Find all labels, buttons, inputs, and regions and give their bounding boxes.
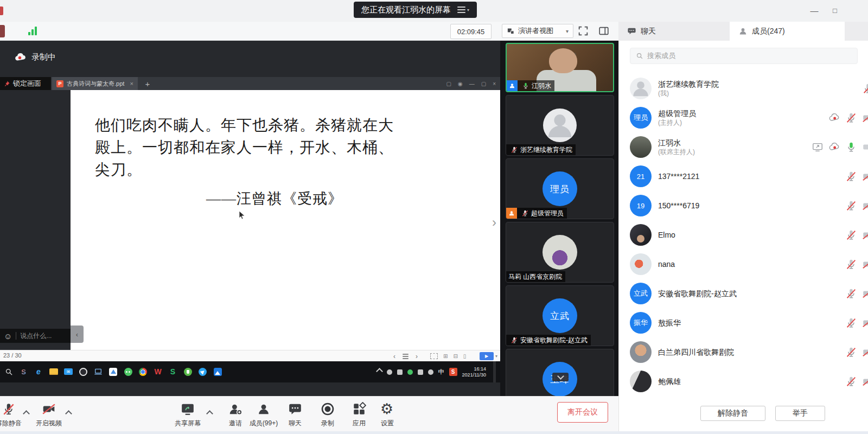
video-tile[interactable]: 马莉 山西省京剧院 bbox=[506, 222, 614, 283]
minimize-button[interactable]: — bbox=[807, 4, 821, 16]
chevron-up-icon[interactable] bbox=[65, 410, 72, 417]
usb-icon[interactable] bbox=[397, 369, 403, 375]
ie-taskbar-icon[interactable]: e bbox=[34, 367, 43, 376]
member-row[interactable]: nana bbox=[619, 250, 868, 279]
banner-menu-button[interactable]: ▾ bbox=[457, 5, 469, 15]
member-row[interactable]: Elmo bbox=[619, 220, 868, 250]
emoji-icon[interactable]: ☺ bbox=[4, 331, 12, 341]
toolbar-share-button[interactable]: 共享屏幕 bbox=[171, 402, 204, 429]
drive-taskbar-icon[interactable] bbox=[108, 367, 118, 376]
member-row[interactable]: 浙艺继续教育学院 (我) bbox=[619, 74, 868, 103]
wps-window-controls[interactable]: ▢ ◉ — ▢ × bbox=[446, 77, 498, 90]
leave-meeting-button[interactable]: 离开会议 bbox=[557, 402, 608, 423]
maximize-button[interactable]: □ bbox=[828, 4, 842, 16]
settings-lg-icon: ⚙ bbox=[380, 402, 394, 416]
fullscreen-button[interactable] bbox=[577, 25, 589, 37]
shield-taskbar-icon[interactable] bbox=[183, 367, 193, 376]
member-search-input[interactable]: 搜索成员 bbox=[630, 48, 858, 64]
show-desktop-button[interactable] bbox=[493, 361, 496, 382]
member-row[interactable]: 振华 敖振华 bbox=[619, 308, 868, 337]
video-tile[interactable]: 立武 安徽省歌舞剧院-赵立武 bbox=[506, 285, 614, 346]
member-row[interactable]: 白兰弟四川省歌舞剧院 bbox=[619, 337, 868, 367]
slide-list-icon[interactable] bbox=[403, 353, 409, 360]
tray-expand-icon[interactable] bbox=[376, 368, 383, 375]
search-taskbar-icon[interactable] bbox=[4, 367, 14, 376]
sogou-input-icon[interactable]: S bbox=[449, 368, 457, 376]
media-taskbar-icon[interactable] bbox=[79, 367, 88, 376]
close-icon[interactable]: × bbox=[130, 80, 133, 87]
camera-off-icon bbox=[862, 229, 868, 241]
member-row[interactable]: 理员 超级管理员 (主持人) bbox=[619, 103, 868, 132]
network-icon[interactable] bbox=[428, 369, 433, 375]
wechat-taskbar-icon[interactable] bbox=[123, 367, 133, 376]
member-row[interactable]: 21 137****2121 bbox=[619, 162, 868, 191]
member-row[interactable]: 19 150****6719 bbox=[619, 191, 868, 220]
chrome-taskbar-icon[interactable] bbox=[138, 367, 148, 376]
chevron-up-icon[interactable] bbox=[206, 410, 213, 417]
chat-collapse-handle[interactable]: ‹ bbox=[71, 326, 84, 343]
divider bbox=[16, 332, 16, 340]
photos-taskbar-icon[interactable] bbox=[213, 367, 222, 376]
mic-muted-icon bbox=[845, 258, 857, 270]
mail-taskbar-icon[interactable]: ✉ bbox=[63, 367, 73, 376]
view-mode-dropdown[interactable]: 演讲者视图 ▾ bbox=[502, 24, 573, 38]
notification-icon[interactable] bbox=[387, 369, 392, 375]
unmute-button[interactable]: 解除静音 bbox=[700, 406, 765, 421]
member-row[interactable]: 立武 安徽省歌舞剧院-赵立武 bbox=[619, 279, 868, 308]
previous-slide-icon[interactable]: ‹ bbox=[393, 353, 395, 360]
member-name: 鲍佩雄 bbox=[658, 376, 681, 386]
video-tile[interactable]: 江弱水 bbox=[506, 43, 614, 92]
member-row[interactable]: 鲍佩雄 bbox=[619, 367, 868, 396]
member-avatar bbox=[630, 78, 652, 99]
camera-off-icon bbox=[862, 258, 868, 270]
toolbar-record-button[interactable]: 录制 bbox=[311, 402, 344, 429]
toolbar-settings-button[interactable]: ⚙设置 bbox=[371, 402, 404, 429]
camera-idle-icon bbox=[862, 141, 868, 153]
tile-view-icon[interactable]: ⊟ bbox=[453, 353, 457, 359]
video-tile[interactable]: 浙艺继续教育学院 bbox=[506, 95, 614, 156]
document-tab[interactable]: P 古典诗词与蒙太奇.ppt × bbox=[52, 77, 138, 90]
side-panel-toggle-button[interactable] bbox=[598, 25, 610, 37]
taskbar-clock[interactable]: 16:14 2021/11/30 bbox=[462, 366, 486, 378]
tab-chat[interactable]: 聊天 bbox=[618, 22, 730, 41]
tile-avatar: 理员 bbox=[542, 171, 577, 206]
toolbar-video-button[interactable]: 开启视频 bbox=[33, 402, 65, 429]
toolbar-apps-button[interactable]: 应用 bbox=[343, 402, 375, 429]
security-shield-icon[interactable] bbox=[9, 24, 22, 37]
ime-indicator[interactable]: 中 bbox=[438, 368, 444, 376]
plane-taskbar-icon[interactable] bbox=[198, 367, 208, 376]
tile-label: 安徽省歌舞剧院-赵立武 bbox=[506, 335, 591, 346]
tab-members[interactable]: 成员(247) bbox=[730, 22, 845, 41]
member-list[interactable]: 浙艺继续教育学院 (我) 理员 超级管理员 (主持人) 江弱水 (联席主持人) … bbox=[619, 74, 868, 403]
play-slideshow-button[interactable]: ▶ bbox=[480, 352, 494, 360]
next-slide-icon[interactable]: › bbox=[416, 353, 418, 360]
reader-view-icon[interactable]: ▯ bbox=[463, 353, 467, 359]
mic-muted-icon bbox=[845, 112, 857, 124]
raise-hand-button[interactable]: 举手 bbox=[775, 406, 825, 421]
annotate-icon[interactable] bbox=[430, 353, 438, 359]
panel-collapse-handle[interactable]: › bbox=[489, 213, 500, 232]
video-tile[interactable]: 理员 超级管理员 bbox=[506, 158, 614, 219]
new-tab-button[interactable]: + bbox=[142, 77, 153, 90]
screen-chat-input[interactable]: ☺ 说点什么... bbox=[0, 329, 71, 343]
green-status-icon[interactable] bbox=[407, 369, 413, 375]
member-avatar bbox=[630, 253, 652, 275]
grid-view-icon[interactable]: ⊞ bbox=[443, 353, 448, 359]
network-signal-icon[interactable] bbox=[28, 27, 37, 35]
toolbar-invite-button[interactable]: 邀请 bbox=[219, 402, 252, 429]
slide-tool-icons[interactable]: ⊞ ⊟ ▯ bbox=[430, 350, 466, 362]
lock-view-button[interactable]: 锁定画面 bbox=[0, 77, 51, 90]
stream-taskbar-icon[interactable]: S bbox=[168, 367, 178, 376]
wps-taskbar-icon[interactable]: W bbox=[153, 367, 163, 376]
member-row[interactable]: 江弱水 (联席主持人) bbox=[619, 132, 868, 162]
explorer-taskbar-icon[interactable] bbox=[49, 367, 59, 376]
assistant-taskbar-icon[interactable]: S bbox=[19, 367, 29, 376]
tiles-collapse-button[interactable] bbox=[552, 373, 569, 381]
tile-avatar: 立武 bbox=[542, 298, 577, 333]
toolbar-members-button[interactable]: 成员(99+) bbox=[247, 402, 280, 429]
toolbar-chat-button[interactable]: 聊天 bbox=[279, 402, 311, 429]
slide-nav-arrows[interactable]: ‹ › bbox=[393, 350, 418, 362]
toolbar-unmute-button[interactable]: 解除静音 bbox=[0, 402, 25, 429]
display-icon[interactable] bbox=[418, 369, 423, 375]
device-taskbar-icon[interactable] bbox=[93, 367, 103, 376]
